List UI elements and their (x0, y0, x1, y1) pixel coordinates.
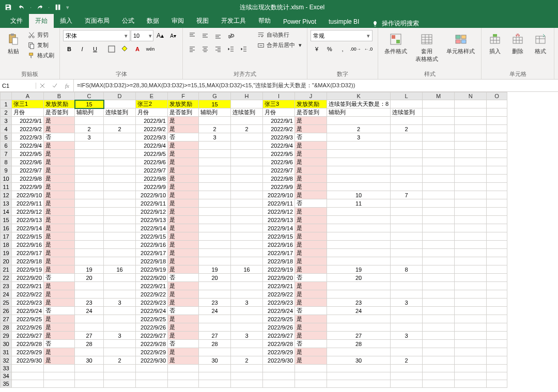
cell-A34[interactable] (12, 372, 44, 380)
cell-A13[interactable]: 2022/9/11 (12, 199, 44, 208)
align-top-button[interactable] (186, 30, 198, 41)
cell-A7[interactable]: 2022/9/5 (12, 150, 44, 158)
cell-D8[interactable] (104, 158, 136, 166)
cell-J34[interactable] (295, 372, 327, 380)
cell-G5[interactable]: 3 (199, 133, 231, 142)
cell-M21[interactable] (423, 265, 455, 274)
name-box-input[interactable] (2, 83, 34, 89)
cell-N22[interactable] (455, 274, 487, 282)
cell-E31[interactable]: 2022/9/29 (136, 348, 168, 356)
cell-I10[interactable]: 2022/9/8 (263, 175, 295, 183)
cell-N31[interactable] (455, 348, 487, 356)
insert-cells-button[interactable]: 插入 (485, 30, 505, 57)
cell-I25[interactable]: 2022/9/23 (263, 299, 295, 307)
cell-K24[interactable] (327, 290, 391, 299)
cell-F14[interactable]: 是 (168, 208, 199, 216)
cell-K34[interactable] (327, 372, 391, 380)
col-header-L[interactable]: L (391, 92, 423, 100)
cell-K30[interactable]: 28 (327, 340, 391, 348)
cell-N8[interactable] (455, 158, 487, 166)
cell-L9[interactable] (391, 166, 423, 175)
cell-B7[interactable]: 是 (44, 150, 75, 158)
cell-K31[interactable] (327, 348, 391, 356)
cell-L17[interactable] (391, 232, 423, 241)
cell-G27[interactable] (199, 315, 231, 323)
cell-H24[interactable] (231, 290, 263, 299)
cell-A6[interactable]: 2022/9/4 (12, 142, 44, 150)
cell-F5[interactable]: 否 (168, 133, 199, 142)
cell-J20[interactable]: 是 (295, 257, 327, 265)
cell-M26[interactable] (423, 307, 455, 315)
cell-A33[interactable] (12, 365, 44, 372)
cell-A27[interactable]: 2022/9/25 (12, 315, 44, 323)
cell-O20[interactable] (487, 257, 507, 265)
cell-B15[interactable]: 是 (44, 216, 75, 224)
row-header-17[interactable]: 17 (1, 232, 12, 241)
cell-B16[interactable]: 是 (44, 224, 75, 232)
cell-E20[interactable]: 2022/9/18 (136, 257, 168, 265)
cell-D5[interactable] (104, 133, 136, 142)
cell-O19[interactable] (487, 249, 507, 257)
cell-H3[interactable] (231, 117, 263, 125)
cell-K15[interactable] (327, 216, 391, 224)
cell-E10[interactable]: 2022/9/8 (136, 175, 168, 183)
cell-O8[interactable] (487, 158, 507, 166)
cell-L24[interactable] (391, 290, 423, 299)
cell-L35[interactable] (391, 380, 423, 388)
cell-O31[interactable] (487, 348, 507, 356)
cell-I27[interactable]: 2022/9/25 (263, 315, 295, 323)
select-all-corner[interactable] (1, 92, 12, 100)
cell-F17[interactable]: 是 (168, 232, 199, 241)
number-format-input[interactable] (311, 33, 365, 39)
cell-E26[interactable]: 2022/9/24 (136, 307, 168, 315)
cell-E15[interactable]: 2022/9/13 (136, 216, 168, 224)
cell-A8[interactable]: 2022/9/6 (12, 158, 44, 166)
cell-H17[interactable] (231, 232, 263, 241)
cell-B28[interactable]: 是 (44, 323, 75, 332)
cell-L29[interactable]: 3 (391, 332, 423, 340)
cell-J27[interactable]: 是 (295, 315, 327, 323)
row-header-28[interactable]: 28 (1, 323, 12, 332)
cell-C8[interactable] (75, 158, 104, 166)
cell-D25[interactable]: 3 (104, 299, 136, 307)
cell-G21[interactable]: 19 (199, 265, 231, 274)
cell-D28[interactable] (104, 323, 136, 332)
cell-N3[interactable] (455, 117, 487, 125)
cell-K3[interactable] (327, 117, 391, 125)
cell-G4[interactable]: 2 (199, 125, 231, 133)
cell-M4[interactable] (423, 125, 455, 133)
cell-L28[interactable] (391, 323, 423, 332)
cell-B21[interactable]: 是 (44, 265, 75, 274)
format-cells-button[interactable]: 格式 (530, 30, 551, 57)
cell-L11[interactable] (391, 183, 423, 191)
cell-C14[interactable] (75, 208, 104, 216)
row-header-15[interactable]: 15 (1, 216, 12, 224)
col-header-A[interactable]: A (12, 92, 44, 100)
cell-D12[interactable] (104, 191, 136, 199)
cell-D21[interactable]: 16 (104, 265, 136, 274)
cell-M32[interactable] (423, 356, 455, 365)
row-header-6[interactable]: 6 (1, 142, 12, 150)
cell-E1[interactable]: 张三2 (136, 100, 168, 108)
col-header-E[interactable]: E (136, 92, 168, 100)
cell-C29[interactable]: 27 (75, 332, 104, 340)
cell-G19[interactable] (199, 249, 231, 257)
cell-J32[interactable]: 是 (295, 356, 327, 365)
cell-H4[interactable]: 2 (231, 125, 263, 133)
cell-E32[interactable]: 2022/9/30 (136, 356, 168, 365)
cell-C9[interactable] (75, 166, 104, 175)
cell-O29[interactable] (487, 332, 507, 340)
cell-M3[interactable] (423, 117, 455, 125)
cell-H26[interactable] (231, 307, 263, 315)
cell-N11[interactable] (455, 183, 487, 191)
cell-B22[interactable]: 否 (44, 274, 75, 282)
cell-E4[interactable]: 2022/9/2 (136, 125, 168, 133)
cell-G14[interactable] (199, 208, 231, 216)
font-color-button[interactable]: A (131, 43, 144, 55)
cell-L20[interactable] (391, 257, 423, 265)
cell-J10[interactable]: 是 (295, 175, 327, 183)
cell-K19[interactable] (327, 249, 391, 257)
cell-L12[interactable]: 7 (391, 191, 423, 199)
cell-H34[interactable] (231, 372, 263, 380)
row-header-1[interactable]: 1 (1, 100, 12, 108)
